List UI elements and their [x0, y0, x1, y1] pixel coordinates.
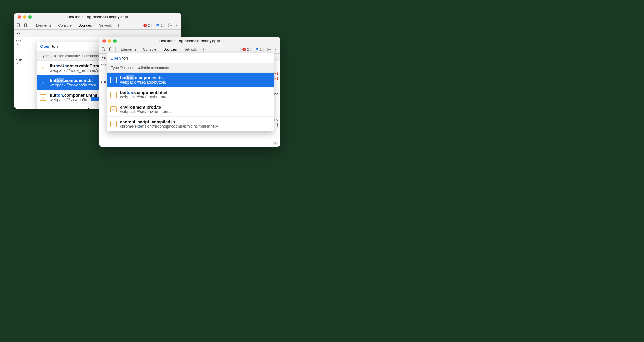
error-badge[interactable]: 2: [141, 23, 152, 28]
more-tabs-icon[interactable]: [201, 47, 207, 52]
tab-elements[interactable]: Elements: [33, 23, 54, 27]
open-prefix: Open: [40, 44, 51, 49]
result-filename: button.component.ts: [120, 75, 166, 80]
query-text: ton: [122, 56, 128, 60]
svg-point-17: [275, 50, 276, 51]
tab-network[interactable]: Network: [96, 23, 115, 27]
titlebar: DevTools - ng-devtools.netlify.app/: [14, 13, 181, 21]
gear-icon[interactable]: [266, 47, 272, 52]
minimize-icon[interactable]: [108, 39, 111, 43]
tab-elements[interactable]: Elements: [118, 47, 139, 51]
devtools-window-after: DevTools - ng-devtools.netlify.app/ Elem…: [99, 37, 280, 147]
separator: [31, 23, 31, 28]
file-icon: [110, 92, 117, 98]
command-result[interactable]: environment.prod.ts webpack:///src/envir…: [107, 102, 274, 117]
file-icon: [40, 94, 46, 101]
info-badge[interactable]: 1: [154, 23, 165, 28]
svg-point-16: [275, 49, 276, 50]
svg-point-7: [176, 25, 177, 26]
subtab-page[interactable]: Pa: [101, 55, 106, 59]
gear-icon[interactable]: [167, 23, 173, 28]
traffic-lights: [102, 39, 117, 43]
console-drawer-toggle[interactable]: [273, 141, 278, 145]
window-title: DevTools - ng-devtools.netlify.app/: [99, 39, 280, 43]
result-filename: button.component.html: [120, 90, 167, 95]
inspect-icon[interactable]: [16, 23, 22, 28]
result-filename: button.component.ts: [50, 78, 96, 83]
minimize-icon[interactable]: [23, 15, 26, 19]
sub-tab-bar: Pa: [14, 30, 181, 37]
command-result[interactable]: button.component.html webpack:///src/app…: [107, 87, 274, 102]
result-path: webpack:///src/app/button/: [50, 83, 96, 87]
svg-point-5: [169, 25, 170, 26]
tab-network[interactable]: Network: [181, 47, 200, 51]
result-path: webpack:///src/app/button/: [120, 80, 166, 85]
tab-console[interactable]: Console: [55, 23, 74, 27]
info-count: 1: [260, 47, 262, 51]
file-icon: [110, 77, 117, 83]
error-badge[interactable]: 2: [240, 47, 251, 52]
file-icon: [110, 121, 117, 127]
tab-sources[interactable]: Sources: [76, 23, 95, 27]
result-path: chrome-extension://noondiphcddnnabmjcihc…: [120, 124, 218, 129]
text-cursor: [128, 55, 128, 60]
titlebar: DevTools - ng-devtools.netlify.app/: [99, 37, 280, 45]
result-filename: environment.prod.ts: [120, 105, 171, 109]
command-result[interactable]: button.component.ts webpack:///src/app/b…: [107, 73, 274, 87]
close-icon[interactable]: [102, 39, 106, 43]
command-menu: Open ton Type '?' to see available comma…: [107, 53, 274, 131]
traffic-lights: [18, 15, 32, 19]
command-hint: Type '?' to see available commands: [107, 63, 274, 73]
file-icon: [40, 80, 46, 86]
error-count: 2: [247, 47, 249, 51]
tab-sources[interactable]: Sources: [160, 47, 180, 51]
close-icon[interactable]: [18, 15, 21, 19]
zoom-icon[interactable]: [113, 39, 117, 43]
sources-tree[interactable]: ▼</ ▸ ▼ ▸: [14, 37, 31, 109]
svg-point-6: [176, 24, 177, 24]
open-prefix: Open: [110, 56, 121, 60]
subtab-page[interactable]: Pa: [16, 31, 21, 35]
window-title: DevTools - ng-devtools.netlify.app/: [14, 15, 181, 19]
error-count: 2: [148, 23, 150, 27]
svg-point-15: [275, 48, 276, 48]
info-count: 1: [161, 23, 163, 27]
toolbar: Elements Console Sources Network 2 1: [14, 21, 181, 30]
svg-point-8: [176, 26, 177, 27]
kebab-icon[interactable]: [174, 23, 179, 28]
command-result[interactable]: content_script_compiled.js chrome-extens…: [107, 117, 274, 131]
inspect-icon[interactable]: [101, 47, 106, 52]
result-path: webpack:///src/environments/: [120, 109, 171, 114]
svg-point-14: [268, 49, 269, 50]
command-input-row[interactable]: Open ton: [107, 53, 274, 63]
svg-rect-4: [157, 24, 159, 26]
zoom-icon[interactable]: [28, 15, 32, 19]
info-badge[interactable]: 1: [253, 47, 264, 52]
file-icon: [110, 106, 117, 112]
file-icon: [40, 65, 46, 71]
query-text: ton: [52, 44, 58, 49]
tab-console[interactable]: Console: [140, 47, 159, 51]
result-path: webpack:///src/app/button/: [120, 95, 167, 99]
more-tabs-icon[interactable]: [116, 23, 122, 28]
kebab-icon[interactable]: [273, 47, 278, 52]
separator: [115, 47, 116, 52]
toolbar: Elements Console Sources Network 2 1: [99, 45, 280, 54]
device-toggle-icon[interactable]: [23, 23, 28, 28]
result-filename: content_script_compiled.js: [120, 119, 218, 124]
device-toggle-icon[interactable]: [108, 47, 113, 52]
